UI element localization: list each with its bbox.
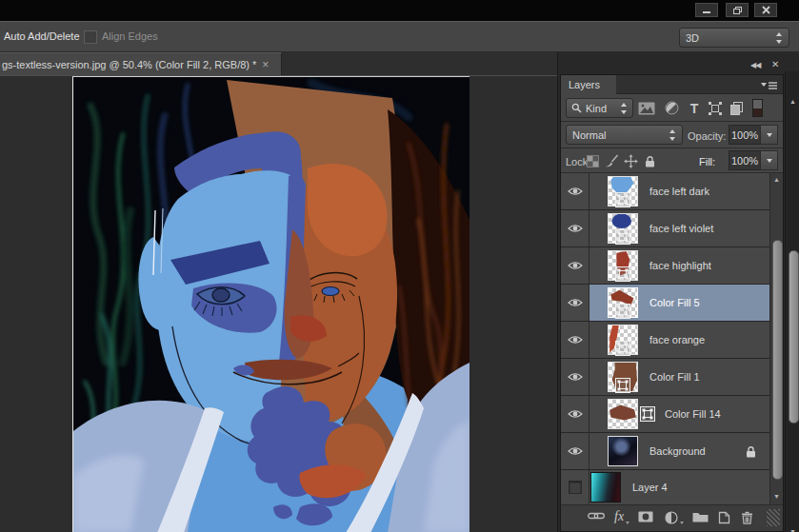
layer-row-main[interactable]: face highlight	[589, 247, 769, 284]
vector-mask-badge-icon[interactable]	[615, 266, 630, 282]
opacity-value[interactable]: 100%	[729, 125, 761, 145]
new-layer-button[interactable]	[718, 511, 730, 524]
visibility-toggle[interactable]	[561, 210, 589, 246]
layer-row[interactable]: face left dark	[561, 173, 769, 210]
layer-name: Color Fill 1	[649, 371, 700, 383]
visibility-toggle[interactable]	[561, 285, 589, 321]
eye-icon	[568, 372, 583, 382]
layer-thumbnail[interactable]	[608, 176, 638, 207]
lock-paint-icon[interactable]	[603, 152, 620, 169]
layer-row[interactable]: Color Fill 5	[561, 285, 769, 322]
filter-toggle-switch[interactable]	[752, 99, 763, 117]
scroll-down-icon[interactable]: ▼	[789, 528, 796, 532]
layer-thumbnail[interactable]	[608, 250, 638, 281]
vector-mask-badge-icon[interactable]	[615, 304, 630, 319]
layer-name: face highlight	[649, 260, 711, 271]
add-layer-mask-button[interactable]	[638, 511, 653, 522]
layer-thumbnail[interactable]	[590, 472, 621, 502]
layer-row[interactable]: Color Fill 1	[561, 359, 769, 396]
close-icon	[762, 6, 770, 14]
close-button[interactable]	[754, 3, 777, 17]
layer-thumbnail[interactable]	[608, 362, 638, 392]
scrollbar-thumb[interactable]	[772, 240, 783, 480]
layer-row[interactable]: Layer 4	[561, 470, 769, 504]
document-tab[interactable]: gs-textless-version.jpg @ 50.4% (Color F…	[0, 52, 282, 75]
visibility-toggle[interactable]	[561, 322, 589, 358]
layer-row-main[interactable]: Background	[589, 433, 769, 469]
restore-button[interactable]	[726, 3, 749, 17]
layer-row-main[interactable]: Color Fill 1	[589, 359, 769, 395]
layer-row-main[interactable]: Layer 4	[589, 470, 769, 504]
fill-dropdown-arrow[interactable]	[760, 150, 778, 170]
blend-mode-value: Normal	[572, 129, 669, 141]
link-layers-button[interactable]	[588, 511, 605, 521]
lock-transparency-icon[interactable]	[584, 152, 601, 169]
layer-row[interactable]: face highlight	[561, 247, 769, 285]
spinner-icon	[669, 129, 676, 141]
visibility-toggle[interactable]	[561, 359, 589, 395]
vector-mask-badge-icon[interactable]	[640, 406, 655, 422]
panel-resize-grip[interactable]	[767, 509, 780, 526]
minimize-button[interactable]	[695, 3, 718, 17]
layer-thumbnail[interactable]	[608, 287, 638, 318]
layer-row[interactable]: Background	[561, 433, 769, 470]
vector-mask-badge-icon[interactable]	[615, 192, 630, 207]
scroll-down-icon[interactable]: ▼	[773, 493, 780, 500]
delete-layer-button[interactable]	[741, 511, 753, 524]
lock-position-icon[interactable]	[622, 152, 639, 169]
vector-mask-badge-icon[interactable]	[615, 378, 630, 393]
filter-smart-objects-icon[interactable]	[726, 98, 747, 118]
vector-mask-badge-icon[interactable]	[615, 341, 630, 356]
layer-row-main[interactable]: Color Fill 14	[589, 396, 769, 432]
layer-row[interactable]: Color Fill 14	[561, 396, 769, 433]
blend-mode-row: Normal Opacity: 100%	[561, 122, 783, 148]
layer-thumbnail[interactable]	[608, 399, 638, 429]
workspace-dropdown[interactable]: 3D	[679, 28, 789, 48]
filter-shape-layers-icon[interactable]	[705, 98, 726, 118]
filter-type-layers-icon[interactable]: T	[684, 98, 705, 118]
blend-mode-dropdown[interactable]: Normal	[566, 125, 683, 145]
dock-scrollbar[interactable]: ▲ ▼	[785, 71, 799, 532]
align-edges-checkbox[interactable]	[84, 30, 97, 44]
layer-list-scrollbar[interactable]: ▲ ▼	[769, 173, 783, 504]
collapse-panels-icon[interactable]: ◀◀	[750, 61, 760, 69]
panel-menu-icon[interactable]	[761, 81, 777, 90]
layer-list: face left dark face left violet face	[561, 173, 783, 504]
layers-panel-tab[interactable]: Layers	[561, 75, 616, 94]
visibility-toggle[interactable]	[561, 470, 589, 504]
filter-kind-value: Kind	[586, 103, 617, 114]
tab-close-icon[interactable]: ×	[262, 60, 269, 69]
new-adjustment-layer-button[interactable]	[665, 511, 684, 524]
layer-thumbnail[interactable]	[608, 436, 638, 466]
visibility-toggle[interactable]	[561, 173, 589, 209]
layer-row[interactable]: face orange	[561, 322, 769, 359]
eye-icon	[568, 335, 583, 345]
filter-kind-dropdown[interactable]: Kind	[566, 98, 633, 118]
visibility-toggle[interactable]	[561, 396, 589, 432]
filter-adjustment-layers-icon[interactable]	[661, 98, 682, 118]
vector-mask-badge-icon[interactable]	[615, 229, 630, 245]
layer-row-main[interactable]: face orange	[589, 322, 769, 358]
scrollbar-thumb[interactable]	[789, 250, 799, 424]
panel-close-icon[interactable]: ✕	[771, 59, 779, 69]
scroll-up-icon[interactable]: ▲	[773, 176, 780, 183]
visibility-toggle[interactable]	[561, 433, 589, 469]
layer-row-main[interactable]: face left dark	[589, 173, 769, 209]
layer-row-main[interactable]: Color Fill 5	[589, 285, 769, 321]
lock-all-icon[interactable]	[641, 152, 658, 169]
opacity-dropdown-arrow[interactable]	[760, 125, 778, 145]
layer-row-main[interactable]: face left violet	[589, 210, 769, 246]
layer-style-button[interactable]: fx	[614, 509, 629, 524]
opacity-label: Opacity:	[688, 130, 726, 142]
visibility-toggle[interactable]	[561, 247, 589, 284]
layer-row[interactable]: face left violet	[561, 210, 769, 247]
scroll-up-icon[interactable]: ▲	[789, 98, 796, 105]
adjustment-icon	[665, 511, 678, 524]
layer-thumbnail[interactable]	[608, 213, 638, 244]
layer-thumbnail[interactable]	[608, 325, 638, 355]
filter-pixel-layers-icon[interactable]	[636, 98, 657, 118]
chevron-down-icon	[680, 522, 684, 524]
new-group-button[interactable]	[692, 511, 709, 522]
canvas-artwork[interactable]	[72, 76, 469, 532]
fill-value[interactable]: 100%	[729, 150, 761, 170]
